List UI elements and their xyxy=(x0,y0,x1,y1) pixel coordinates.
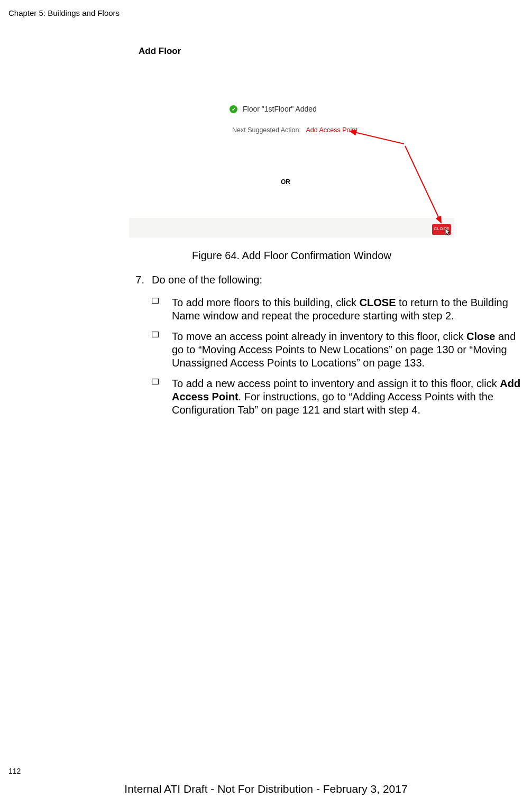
step-7: 7. Do one of the following: xyxy=(126,273,528,287)
svg-rect-2 xyxy=(152,298,159,304)
dialog-footer-bar: CLOSE xyxy=(129,218,454,238)
content-area: Add Floor ✓ Floor "1stFloor" Added Next … xyxy=(126,40,528,424)
svg-rect-3 xyxy=(152,332,159,337)
draft-footer: Internal ATI Draft - Not For Distributio… xyxy=(0,783,532,795)
added-message-text: Floor "1stFloor" Added xyxy=(243,105,317,113)
or-text: OR xyxy=(281,178,290,186)
svg-rect-4 xyxy=(152,379,159,384)
suggested-action-row: Next Suggested Action: Add Access Point xyxy=(232,126,357,134)
step-number: 7. xyxy=(126,273,152,287)
bullet-text: To add a new access point to inventory a… xyxy=(172,377,528,417)
bullet-box-icon xyxy=(152,377,172,417)
chapter-header: Chapter 5: Buildings and Floors xyxy=(8,8,120,17)
cursor-icon xyxy=(445,228,452,238)
annotation-arrows xyxy=(129,40,454,238)
page-number: 112 xyxy=(8,767,21,775)
svg-line-0 xyxy=(350,131,404,144)
check-circle-icon: ✓ xyxy=(230,105,237,113)
bullet-box-icon xyxy=(152,330,172,370)
step-text: Do one of the following: xyxy=(152,273,262,287)
suggested-label: Next Suggested Action: xyxy=(232,126,301,134)
bullet-text: To add more floors to this building, cli… xyxy=(172,296,528,323)
bullet-text: To move an access point already in inven… xyxy=(172,330,528,370)
svg-line-1 xyxy=(405,146,441,223)
figure-caption: Figure 64. Add Floor Confirmation Window xyxy=(129,250,454,262)
bullet-list: To add more floors to this building, cli… xyxy=(152,296,528,417)
bullet-box-icon xyxy=(152,296,172,323)
added-message-row: ✓ Floor "1stFloor" Added xyxy=(230,105,317,113)
bullet-item: To move an access point already in inven… xyxy=(152,330,528,370)
bullet-item: To add a new access point to inventory a… xyxy=(152,377,528,417)
bullet-item: To add more floors to this building, cli… xyxy=(152,296,528,323)
dialog-title: Add Floor xyxy=(139,46,181,57)
confirmation-window-screenshot: Add Floor ✓ Floor "1stFloor" Added Next … xyxy=(129,40,454,238)
add-access-point-link[interactable]: Add Access Point xyxy=(306,126,357,134)
